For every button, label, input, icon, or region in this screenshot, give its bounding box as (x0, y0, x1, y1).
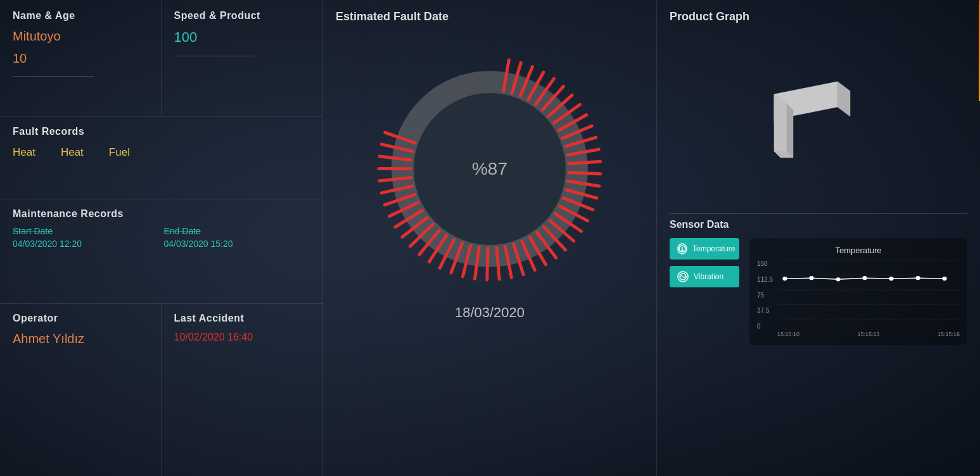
operator-title: Operator (13, 313, 58, 323)
fault-records-title: Fault Records (13, 126, 84, 137)
svg-line-42 (379, 177, 411, 180)
y-axis: 150 112.5 75 37.5 0 (757, 260, 773, 330)
start-date-value: 04/03/2020 12:20 (13, 239, 159, 249)
vibration-icon (677, 271, 689, 282)
svg-line-11 (563, 126, 592, 138)
fault-date: 18/03/2020 (455, 304, 525, 321)
x-label-3: 15:15:16 (938, 331, 960, 337)
svg-point-64 (809, 276, 813, 280)
speed-product-title: Speed & Product (174, 10, 260, 21)
svg-marker-52 (787, 104, 793, 158)
svg-line-32 (451, 243, 462, 273)
y-label-3: 75 (757, 292, 773, 299)
sensor-content: Temperature Vibration Temperature (670, 238, 967, 345)
maintenance-title: Maintenance Records (13, 208, 124, 219)
svg-line-12 (566, 137, 596, 146)
sensor-buttons: Temperature Vibration (670, 238, 739, 287)
chart-title: Temperature (757, 246, 960, 255)
y-label-1: 150 (757, 260, 773, 267)
maintenance-grid: Start Date 04/03/2020 12:20 End Date 04/… (13, 226, 310, 249)
name-age-speed-row: Name & Age Mitutoyo 10 Speed & Product 1… (0, 0, 322, 117)
svg-line-14 (569, 161, 601, 163)
center-panel: Estimated Fault Date %87 18/03/2020 (323, 0, 657, 476)
operator-name: Ahmet Yıldız (13, 332, 148, 346)
temperature-icon (677, 243, 687, 254)
operator-section: Operator Ahmet Yıldız (0, 304, 162, 476)
end-date-col: End Date 04/03/2020 15:20 (164, 226, 310, 249)
x-label-2: 15:15:13 (857, 331, 879, 337)
svg-line-4 (520, 67, 532, 96)
svg-line-13 (568, 149, 599, 155)
speed-divider (174, 56, 256, 56)
dashboard: Name & Age Mitutoyo 10 Speed & Product 1… (0, 0, 980, 476)
last-accident-title: Last Accident (174, 313, 245, 323)
vibration-button[interactable]: Vibration (670, 266, 739, 287)
vibration-label: Vibration (694, 272, 723, 281)
svg-line-45 (381, 144, 412, 151)
svg-line-26 (514, 244, 523, 275)
svg-line-31 (463, 246, 471, 277)
sensor-divider (670, 213, 967, 214)
speed-product-section: Speed & Product 100 (162, 0, 323, 117)
svg-line-27 (506, 247, 512, 278)
last-accident-value: 10/02/2020 16:40 (174, 332, 310, 343)
estimated-fault-title: Estimated Fault Date (336, 10, 449, 23)
y-label-4: 37.5 (757, 307, 773, 314)
end-date-value: 04/03/2020 15:20 (164, 239, 310, 249)
name-divider (13, 76, 94, 77)
y-label-5: 0 (757, 323, 773, 330)
svg-point-63 (782, 277, 787, 280)
temperature-label: Temperature (692, 244, 735, 253)
x-axis: 15:15:10 15:15:13 15:15:16 (757, 331, 960, 337)
svg-line-28 (497, 248, 499, 280)
name-age-title: Name & Age (13, 10, 75, 21)
chart-svg (777, 260, 960, 320)
svg-line-40 (385, 194, 414, 204)
svg-line-16 (568, 181, 599, 186)
svg-point-69 (942, 277, 946, 280)
donut-percentage: %87 (472, 159, 507, 179)
svg-line-18 (563, 198, 593, 210)
svg-line-17 (566, 190, 597, 198)
machine-name: Mitutoyo (13, 29, 148, 44)
end-date-label: End Date (164, 226, 310, 236)
last-accident-section: Last Accident 10/02/2020 16:40 (162, 304, 323, 476)
svg-point-68 (915, 276, 920, 280)
svg-point-66 (862, 276, 867, 280)
fault-item-2: Heat (61, 146, 84, 159)
svg-line-29 (487, 248, 488, 280)
machine-age: 10 (13, 51, 148, 66)
product-3d-shape (755, 75, 882, 164)
svg-point-56 (682, 249, 684, 251)
temperature-button[interactable]: Temperature (670, 238, 739, 260)
fault-item-3: Fuel (109, 146, 130, 159)
x-label-1: 15:15:10 (777, 331, 799, 337)
fault-records-section: Fault Records Heat Heat Fuel (0, 117, 322, 199)
chart-plot (777, 260, 960, 320)
svg-marker-51 (774, 94, 787, 151)
svg-line-3 (512, 63, 521, 93)
sensor-data-title: Sensor Data (670, 219, 967, 230)
sensor-chart-area: Temperature 150 112.5 75 37.5 0 (749, 238, 967, 345)
svg-point-65 (836, 277, 840, 281)
fault-item-1: Heat (13, 146, 35, 159)
svg-line-30 (475, 247, 480, 279)
maintenance-records-section: Maintenance Records Start Date 04/03/202… (0, 199, 322, 304)
svg-marker-49 (837, 82, 850, 116)
start-date-col: Start Date 04/03/2020 12:20 (13, 226, 159, 249)
product-image-area (670, 31, 967, 208)
svg-line-41 (381, 186, 412, 193)
speed-value: 100 (174, 29, 310, 46)
y-label-2: 112.5 (757, 276, 773, 283)
operator-accident-row: Operator Ahmet Yıldız Last Accident 10/0… (0, 304, 322, 476)
svg-line-46 (385, 132, 415, 142)
svg-line-2 (504, 60, 509, 91)
start-date-label: Start Date (13, 226, 159, 236)
right-panel: Product Graph Sensor (657, 0, 980, 476)
svg-line-15 (569, 172, 601, 173)
svg-line-44 (379, 156, 411, 160)
svg-point-67 (889, 277, 893, 280)
chart-inner: 150 112.5 75 37.5 0 (757, 260, 960, 330)
product-graph-title: Product Graph (670, 10, 967, 23)
donut-chart: %87 (369, 49, 610, 289)
